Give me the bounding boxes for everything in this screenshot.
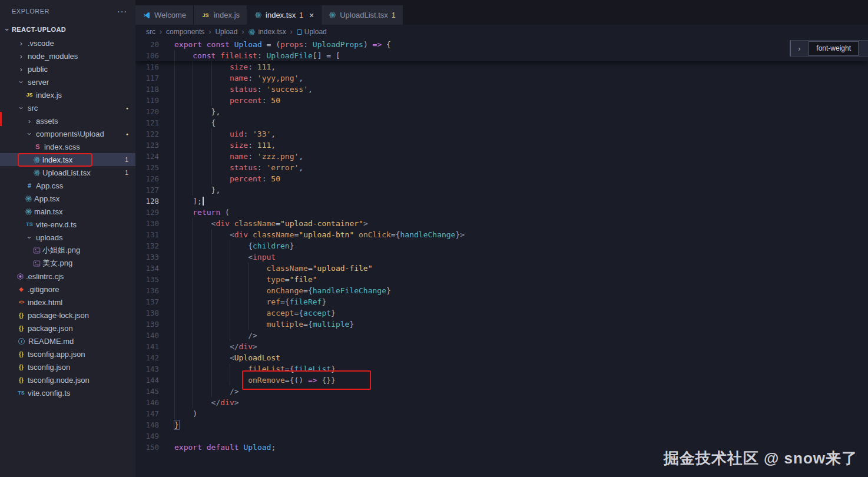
code-line-127[interactable]: 127}, [135, 184, 868, 196]
chevron-down-icon[interactable]: › [17, 103, 26, 112]
chevron-right-icon[interactable]: › [16, 52, 26, 61]
code-line-134[interactable]: 134className="upload-file" [135, 263, 868, 274]
chevron-right-icon[interactable]: › [16, 65, 26, 74]
tree-item-index.js[interactable]: JSindex.js [0, 88, 135, 101]
chevron-right-icon[interactable]: › [794, 43, 804, 54]
line-number[interactable]: 127 [135, 184, 159, 196]
code-line-118[interactable]: 118status: 'success', [135, 84, 868, 95]
code-line-121[interactable]: 121{ [135, 117, 868, 128]
code-line-138[interactable]: 138accept={accept} [135, 307, 868, 319]
tree-item-.vscode[interactable]: ›.vscode [0, 37, 135, 49]
code-line-126[interactable]: 126percent: 50 [135, 173, 868, 184]
tab-Welcome[interactable]: Welcome [135, 5, 194, 25]
code-line-142[interactable]: 142<UploadLost [135, 352, 868, 363]
code-line-135[interactable]: 135type="file" [135, 274, 868, 285]
code-line-122[interactable]: 122uid: '33', [135, 128, 868, 140]
tree-item-tsconfig.json[interactable]: {}tsconfig.json [0, 360, 135, 373]
code-line-148[interactable]: 148} [135, 419, 868, 430]
line-number[interactable]: 128 [135, 196, 159, 207]
tab-UploadList.tsx[interactable]: UploadList.tsx1 [322, 5, 403, 25]
code-line-116[interactable]: 116size: 111, [135, 61, 868, 72]
line-number[interactable]: 120 [135, 106, 159, 117]
tree-item-public[interactable]: ›public [0, 62, 135, 75]
code-line-147[interactable]: 147) [135, 408, 868, 419]
line-number[interactable]: 106 [135, 50, 159, 61]
line-number[interactable]: 122 [135, 128, 159, 140]
code-line-125[interactable]: 125status: 'error', [135, 162, 868, 173]
code-line-132[interactable]: 132{children} [135, 240, 868, 251]
line-number[interactable]: 125 [135, 162, 159, 173]
code-line-144[interactable]: 144onRemove={() => {}} [135, 375, 868, 386]
line-number[interactable]: 133 [135, 251, 159, 263]
tree-item-uploads[interactable]: ›uploads [0, 231, 135, 244]
code-line-120[interactable]: 120}, [135, 106, 868, 117]
line-number[interactable]: 121 [135, 117, 159, 128]
tree-item-main.tsx[interactable]: main.tsx [0, 205, 135, 218]
tree-item-tsconfig.node.json[interactable]: {}tsconfig.node.json [0, 373, 135, 386]
code-line-137[interactable]: 137ref={fileRef} [135, 296, 868, 307]
code-line-130[interactable]: 130<div className="upload-container"> [135, 218, 868, 229]
close-icon[interactable]: × [309, 11, 314, 20]
tree-item-package-lock.json[interactable]: {}package-lock.json [0, 309, 135, 322]
line-number[interactable]: 132 [135, 240, 159, 251]
tab-index.tsx[interactable]: index.tsx1× [247, 5, 322, 25]
code-line-143[interactable]: 143fileList={fileList} [135, 363, 868, 375]
tree-item-index.tsx[interactable]: index.tsx1 [0, 153, 135, 166]
line-number[interactable]: 140 [135, 330, 159, 341]
code-line-141[interactable]: 141</div> [135, 341, 868, 352]
tree-item-.gitignore[interactable]: ◆.gitignore [0, 283, 135, 296]
line-number[interactable]: 119 [135, 95, 159, 106]
tree-item-index.scss[interactable]: Sindex.scss [0, 140, 135, 153]
breadcrumb-item-Upload[interactable]: Upload [297, 28, 327, 36]
line-number[interactable]: 148 [135, 419, 159, 430]
line-number[interactable]: 117 [135, 72, 159, 84]
tree-item-package.json[interactable]: {}package.json [0, 322, 135, 334]
line-number[interactable]: 126 [135, 173, 159, 184]
project-root[interactable]: › REACT-UPLOAD [0, 22, 135, 37]
line-number[interactable]: 137 [135, 296, 159, 307]
code-line-146[interactable]: 146</div> [135, 397, 868, 408]
line-number[interactable]: 144 [135, 375, 159, 386]
line-number[interactable]: 123 [135, 140, 159, 151]
chevron-down-icon[interactable]: › [25, 233, 34, 242]
tree-item-App.css[interactable]: #App.css [0, 179, 135, 192]
code-line-119[interactable]: 119percent: 50 [135, 95, 868, 106]
breadcrumb-item-Upload[interactable]: Upload [215, 28, 237, 36]
tree-item-美女.png[interactable]: 美女.png [0, 257, 135, 270]
code-line-145[interactable]: 145/> [135, 386, 868, 397]
more-actions-icon[interactable]: ··· [117, 6, 127, 16]
code-line-106[interactable]: 106const fileList: UploadFile[] = [ [135, 50, 868, 61]
tree-item-assets[interactable]: ›assets [0, 114, 135, 127]
line-number[interactable]: 116 [135, 61, 159, 72]
code-line-128[interactable]: 128]; [135, 196, 868, 207]
line-number[interactable]: 143 [135, 363, 159, 375]
tree-item-node_modules[interactable]: ›node_modules [0, 49, 135, 62]
line-number[interactable]: 131 [135, 229, 159, 240]
tree-item-tsconfig.app.json[interactable]: {}tsconfig.app.json [0, 347, 135, 360]
tab-index.js[interactable]: JSindex.js [194, 5, 247, 25]
tree-item-vite.config.ts[interactable]: TSvite.config.ts [0, 386, 135, 399]
code-line-140[interactable]: 140/> [135, 330, 868, 341]
chevron-right-icon[interactable]: › [25, 117, 34, 125]
tree-item-小姐姐.png[interactable]: 小姐姐.png [0, 244, 135, 257]
chevron-down-icon[interactable]: › [25, 129, 34, 138]
code-line-117[interactable]: 117name: 'yyy,png', [135, 72, 868, 84]
code-line-124[interactable]: 124name: 'zzz.png', [135, 151, 868, 162]
tree-item-components\Upload[interactable]: ›components\Upload● [0, 127, 135, 140]
line-number[interactable]: 129 [135, 207, 159, 218]
find-widget[interactable]: › font-weight [790, 40, 868, 57]
tree-item-server[interactable]: ›server [0, 75, 135, 88]
chevron-right-icon[interactable]: › [16, 39, 26, 48]
code-line-149[interactable]: 149 [135, 430, 868, 442]
tree-item-.eslintrc.cjs[interactable]: .eslintrc.cjs [0, 270, 135, 283]
code-line-123[interactable]: 123size: 111, [135, 140, 868, 151]
find-input[interactable]: font-weight [809, 41, 859, 56]
code-line-139[interactable]: 139multiple={multiple} [135, 319, 868, 330]
breadcrumb-item-components[interactable]: components [166, 28, 204, 36]
tree-item-vite-env.d.ts[interactable]: TSvite-env.d.ts [0, 218, 135, 231]
line-number[interactable]: 130 [135, 218, 159, 229]
line-number[interactable]: 150 [135, 442, 159, 453]
line-number[interactable]: 141 [135, 341, 159, 352]
line-number[interactable]: 134 [135, 263, 159, 274]
line-number[interactable]: 142 [135, 352, 159, 363]
